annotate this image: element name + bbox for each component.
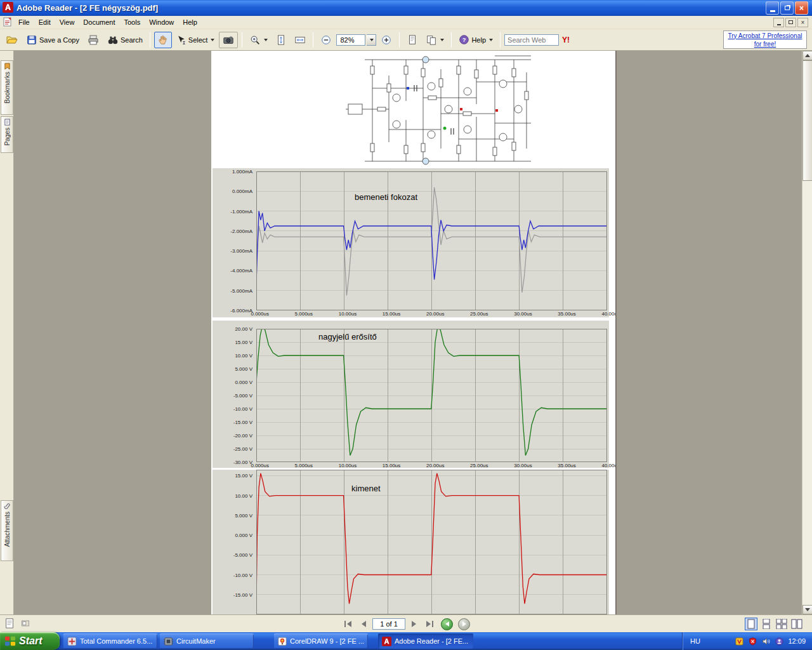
taskbar-clock[interactable]: 12:09 (788, 637, 806, 645)
volume-icon[interactable] (761, 637, 771, 646)
adobe-reader-icon (382, 637, 391, 646)
messenger-icon[interactable] (775, 637, 784, 646)
toolbar-separator (399, 32, 400, 48)
menu-help[interactable]: Help (178, 17, 202, 28)
tab-pages[interactable]: Pages (1, 116, 13, 153)
title-bar[interactable]: Adobe Reader - [2 FE négyszög.pdf] × (0, 0, 812, 16)
help-label: Help (471, 36, 486, 44)
hand-tool-button[interactable] (154, 32, 172, 48)
zoom-out-icon (320, 34, 332, 46)
tab-attachments-label: Attachments (4, 512, 11, 547)
document-area[interactable]: 1.000mA0.000mA-1.000mA-2.000mA-3.000mA-4… (14, 51, 802, 614)
select-label: Select (188, 36, 208, 44)
zoom-in-button[interactable] (377, 32, 395, 48)
search-button[interactable]: Search (104, 32, 146, 48)
y-axis-labels: 15.00 V10.00 V5.000 V0.000 V-5.000 V-10.… (213, 470, 254, 614)
document-size-icon[interactable] (20, 618, 30, 630)
pages-icon (4, 119, 11, 126)
toolbar-separator (500, 32, 501, 48)
start-button[interactable]: Start (0, 632, 60, 650)
open-folder-icon (6, 34, 18, 46)
vertical-scrollbar[interactable] (802, 51, 812, 614)
menu-view[interactable]: View (55, 17, 79, 28)
previous-view-button[interactable] (441, 618, 453, 630)
menu-tools[interactable]: Tools (120, 17, 145, 28)
save-copy-button[interactable]: Save a Copy (23, 32, 82, 48)
chart-input-stage: 1.000mA0.000mA-1.000mA-2.000mA-3.000mA-4… (213, 168, 609, 317)
pdf-document-icon[interactable] (3, 17, 12, 28)
zoom-out-button[interactable] (317, 32, 335, 48)
desktop: Adobe Reader - [2 FE négyszög.pdf] × Fil… (0, 0, 812, 650)
zoom-level-value[interactable]: 82% (336, 34, 365, 46)
waveform-plot (256, 470, 607, 614)
document-status-icon[interactable] (4, 618, 15, 630)
menu-window[interactable]: Window (145, 17, 178, 28)
chevron-down-icon (489, 39, 493, 41)
menu-document[interactable]: Document (79, 17, 119, 28)
mdi-close-button[interactable]: × (797, 18, 808, 27)
scroll-down-button[interactable] (802, 605, 812, 614)
taskbar-task-circuitmaker[interactable]: CircuitMaker (160, 633, 254, 649)
page-number-input[interactable] (372, 618, 405, 630)
fit-page-button[interactable] (272, 32, 290, 48)
toolbar-separator (451, 32, 452, 48)
help-icon: ? (459, 34, 469, 45)
open-button[interactable] (3, 32, 22, 48)
taskbar-task-total-commander[interactable]: Total Commander 6.5... (63, 633, 157, 649)
chevron-down-icon (440, 39, 444, 41)
next-page-button[interactable] (408, 618, 421, 630)
page-navigation (342, 618, 470, 630)
print-button[interactable] (84, 32, 103, 48)
mdi-restore-button[interactable] (785, 18, 796, 27)
restore-button[interactable] (780, 1, 794, 15)
yahoo-icon[interactable]: Y! (560, 36, 572, 44)
mdi-minimize-button[interactable] (773, 18, 784, 27)
first-page-button[interactable] (342, 618, 355, 630)
facing-layout-button[interactable] (790, 618, 803, 630)
language-indicator[interactable]: HU (690, 637, 700, 645)
system-tray: HU 12:09 (682, 632, 812, 650)
scroll-up-button[interactable] (802, 51, 812, 60)
page-mode-button-1[interactable] (403, 32, 421, 48)
save-copy-label: Save a Copy (39, 36, 79, 44)
close-button[interactable]: × (795, 1, 808, 15)
taskbar-task-coreldraw[interactable]: CorelDRAW 9 - [2 FE ... (274, 633, 368, 649)
page-mode-button-2[interactable] (422, 32, 447, 48)
floppy-disk-icon (26, 34, 37, 46)
pdf-page: 1.000mA0.000mA-1.000mA-2.000mA-3.000mA-4… (211, 51, 615, 614)
taskbar: Start Total Commander 6.5... CircuitMake… (0, 632, 812, 650)
fit-width-button[interactable] (291, 32, 309, 48)
last-page-button[interactable] (423, 618, 436, 630)
x-axis-labels: 0.000us5.000us10.00us15.00us20.00us25.00… (256, 463, 607, 469)
minimize-button[interactable] (766, 1, 779, 15)
antivirus-icon[interactable] (735, 637, 744, 646)
page-layout-buttons (745, 618, 803, 630)
continuous-facing-layout-button[interactable] (775, 618, 788, 630)
taskbar-task-adobe-reader[interactable]: Adobe Reader - [2 FE... (378, 633, 473, 649)
zoom-level-dropdown[interactable] (367, 34, 376, 46)
help-button[interactable]: ? Help (455, 32, 496, 48)
tab-bookmarks[interactable]: Bookmarks (1, 60, 13, 115)
continuous-layout-button[interactable] (760, 618, 773, 630)
acrobat-promo-link[interactable]: Try Acrobat 7 Professional for free! (723, 30, 807, 49)
circuitmaker-icon (164, 637, 173, 646)
search-web-input[interactable] (504, 34, 559, 46)
search-label: Search (121, 36, 143, 44)
single-page-layout-button[interactable] (745, 618, 757, 630)
zoom-tool-button[interactable] (246, 32, 271, 48)
total-commander-icon (67, 637, 77, 646)
scrollbar-thumb[interactable] (802, 60, 812, 181)
security-shield-icon[interactable] (748, 637, 757, 646)
menu-edit[interactable]: Edit (34, 17, 55, 28)
promo-line-1: Try Acrobat 7 Professional (728, 32, 802, 40)
two-pages-icon (426, 34, 437, 46)
single-page-icon (407, 34, 418, 46)
tab-attachments[interactable]: Attachments (1, 500, 13, 561)
magnifier-icon (249, 34, 261, 46)
select-tool-button[interactable]: Select (173, 32, 218, 48)
next-view-button[interactable] (458, 618, 470, 630)
menu-file[interactable]: File (14, 17, 34, 28)
previous-page-button[interactable] (357, 618, 370, 630)
snapshot-tool-button[interactable] (219, 32, 238, 48)
chart-power-amp: 20.00 V15.00 V10.00 V5.000 V0.000 V-5.00… (213, 321, 609, 468)
